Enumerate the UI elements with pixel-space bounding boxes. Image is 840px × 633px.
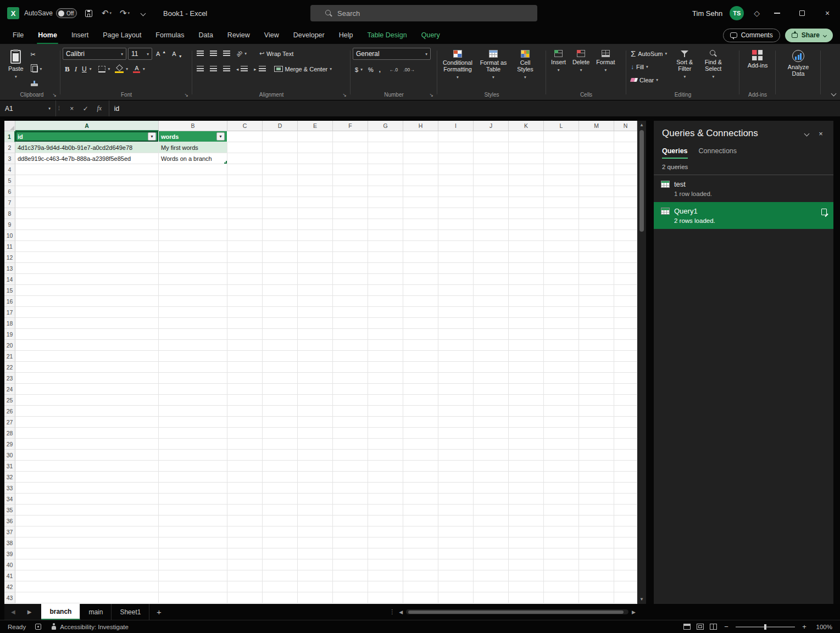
row-header-26[interactable]: 26 — [4, 406, 15, 417]
cell-G40[interactable] — [368, 559, 403, 570]
cell-B28[interactable] — [159, 428, 227, 439]
bold-button[interactable]: B — [63, 63, 72, 75]
cell-N35[interactable] — [614, 505, 637, 516]
cell-L13[interactable] — [544, 263, 579, 274]
cell-M42[interactable] — [579, 581, 614, 592]
cell-I18[interactable] — [438, 318, 474, 329]
cell-styles-button[interactable]: Cell Styles ▾ — [511, 48, 539, 83]
cell-B20[interactable] — [159, 340, 227, 351]
cell-L9[interactable] — [544, 219, 579, 230]
cell-A22[interactable] — [15, 362, 159, 373]
cell-F18[interactable] — [333, 318, 368, 329]
cell-I6[interactable] — [438, 186, 474, 197]
cell-I33[interactable] — [438, 483, 474, 494]
cell-D39[interactable] — [263, 548, 298, 559]
cell-A8[interactable] — [15, 208, 159, 219]
cell-E11[interactable] — [298, 241, 333, 252]
font-dialog-launcher[interactable]: ↘ — [184, 92, 188, 98]
cell-N40[interactable] — [614, 559, 637, 570]
increase-indent-button[interactable]: ▸ — [252, 63, 268, 75]
cell-F22[interactable] — [333, 362, 368, 373]
cell-C2[interactable] — [227, 142, 263, 153]
cell-K7[interactable] — [509, 197, 544, 208]
cell-K6[interactable] — [509, 186, 544, 197]
cell-G30[interactable] — [368, 450, 403, 461]
cell-I1[interactable] — [438, 131, 474, 142]
cell-J28[interactable] — [474, 428, 509, 439]
cell-N9[interactable] — [614, 219, 637, 230]
cell-I5[interactable] — [438, 175, 474, 186]
ribbon-tab-file[interactable]: File — [5, 26, 31, 44]
cell-D7[interactable] — [263, 197, 298, 208]
cell-K19[interactable] — [509, 329, 544, 340]
cell-D29[interactable] — [263, 439, 298, 450]
cell-L32[interactable] — [544, 472, 579, 483]
cell-I22[interactable] — [438, 362, 474, 373]
row-header-27[interactable]: 27 — [4, 417, 15, 428]
cell-D40[interactable] — [263, 559, 298, 570]
cell-J11[interactable] — [474, 241, 509, 252]
cell-E13[interactable] — [298, 263, 333, 274]
cell-C15[interactable] — [227, 285, 263, 296]
cell-D24[interactable] — [263, 384, 298, 395]
cell-K43[interactable] — [509, 592, 544, 603]
cell-B41[interactable] — [159, 570, 227, 581]
horizontal-scroll-thumb[interactable] — [408, 610, 624, 614]
cell-N41[interactable] — [614, 570, 637, 581]
cell-G35[interactable] — [368, 505, 403, 516]
cell-J19[interactable] — [474, 329, 509, 340]
cell-J18[interactable] — [474, 318, 509, 329]
cell-L4[interactable] — [544, 164, 579, 175]
cell-B10[interactable] — [159, 230, 227, 241]
sheet-tab-sheet1[interactable]: Sheet1 — [112, 604, 149, 620]
redo-button[interactable]: ↷▾ — [118, 6, 131, 20]
cell-G23[interactable] — [368, 373, 403, 384]
cell-F14[interactable] — [333, 274, 368, 285]
cell-N22[interactable] — [614, 362, 637, 373]
row-header-38[interactable]: 38 — [4, 537, 15, 548]
cell-M39[interactable] — [579, 548, 614, 559]
cell-J41[interactable] — [474, 570, 509, 581]
undo-button[interactable]: ↶▾ — [100, 6, 113, 20]
ribbon-tab-table-design[interactable]: Table Design — [360, 26, 414, 44]
cell-E22[interactable] — [298, 362, 333, 373]
cell-I10[interactable] — [438, 230, 474, 241]
comma-style-button[interactable]: , — [377, 64, 383, 75]
cell-D17[interactable] — [263, 307, 298, 318]
row-header-7[interactable]: 7 — [4, 197, 15, 208]
cell-L24[interactable] — [544, 384, 579, 395]
cell-G9[interactable] — [368, 219, 403, 230]
column-header-H[interactable]: H — [403, 121, 438, 131]
cell-M18[interactable] — [579, 318, 614, 329]
cell-B35[interactable] — [159, 505, 227, 516]
cell-G17[interactable] — [368, 307, 403, 318]
cell-K36[interactable] — [509, 516, 544, 526]
confirm-entry-button[interactable]: ✓ — [80, 105, 92, 113]
cell-G4[interactable] — [368, 164, 403, 175]
cell-I8[interactable] — [438, 208, 474, 219]
cell-N24[interactable] — [614, 384, 637, 395]
cell-F7[interactable] — [333, 197, 368, 208]
cell-A23[interactable] — [15, 373, 159, 384]
cell-C31[interactable] — [227, 461, 263, 472]
cell-G3[interactable] — [368, 153, 403, 164]
insert-cells-button[interactable]: Insert ▾ — [548, 48, 569, 76]
cell-N23[interactable] — [614, 373, 637, 384]
cell-C26[interactable] — [227, 406, 263, 417]
cell-E41[interactable] — [298, 570, 333, 581]
cell-A11[interactable] — [15, 241, 159, 252]
row-header-8[interactable]: 8 — [4, 208, 15, 219]
row-header-39[interactable]: 39 — [4, 548, 15, 559]
cell-J40[interactable] — [474, 559, 509, 570]
cell-M5[interactable] — [579, 175, 614, 186]
cell-E26[interactable] — [298, 406, 333, 417]
cell-K40[interactable] — [509, 559, 544, 570]
ribbon-tab-developer[interactable]: Developer — [286, 26, 332, 44]
cell-E29[interactable] — [298, 439, 333, 450]
cell-H3[interactable] — [403, 153, 438, 164]
cell-I11[interactable] — [438, 241, 474, 252]
cell-E2[interactable] — [298, 142, 333, 153]
cell-M12[interactable] — [579, 252, 614, 263]
cell-N42[interactable] — [614, 581, 637, 592]
cell-M14[interactable] — [579, 274, 614, 285]
